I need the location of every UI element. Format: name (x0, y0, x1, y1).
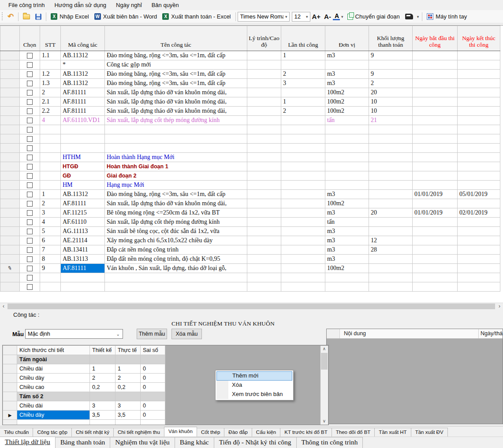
grid-cell[interactable] (281, 88, 325, 97)
grid-cell[interactable]: 7 (40, 245, 61, 255)
grid-cell[interactable]: 05/01/2019 (458, 190, 500, 199)
row-checkbox[interactable] (27, 145, 33, 151)
grid-cell[interactable] (247, 88, 281, 97)
grid-cell[interactable]: Sản xuất bê tông cọc, cột đúc sẵn đá 1x2… (105, 227, 247, 236)
column-header[interactable]: Ngày bắt đầu thi công (413, 26, 458, 51)
grid-cell[interactable] (105, 144, 247, 153)
grid-cell[interactable]: 3 (90, 401, 116, 411)
row-checkbox[interactable] (27, 284, 33, 290)
grid-cell[interactable]: 9 (369, 51, 413, 60)
grid-cell[interactable] (61, 273, 105, 282)
grid-cell[interactable]: AB.11312 (61, 70, 105, 79)
tab-tần-xuất-đv[interactable]: Tần xuất ĐV (411, 428, 448, 437)
grid-cell[interactable] (281, 282, 325, 292)
tab-cấu-kiện[interactable]: Cấu kiện (252, 428, 280, 437)
grid-cell[interactable]: Công tác gộp mới (105, 60, 247, 70)
grid-cell[interactable] (247, 60, 281, 70)
row-checkbox[interactable] (27, 247, 33, 253)
horizontal-scrollbar[interactable]: ‹ › (0, 303, 503, 309)
grid-cell[interactable] (458, 144, 500, 153)
grid-cell[interactable] (458, 97, 500, 107)
grid-cell[interactable] (281, 153, 325, 162)
font-decrease-button[interactable]: A- (322, 12, 333, 21)
grid-cell[interactable] (413, 60, 458, 70)
grid-cell[interactable]: 01/01/2019 (413, 190, 458, 199)
grid-cell[interactable] (413, 79, 458, 88)
grid-cell[interactable]: m3 (325, 190, 369, 199)
row-checkbox[interactable] (27, 155, 33, 160)
grid-cell[interactable]: tấn (325, 116, 369, 125)
grid-cell[interactable] (369, 190, 413, 199)
column-header[interactable]: Lý trình/Cao độ (247, 26, 281, 51)
row-checkbox[interactable] (27, 210, 33, 216)
grid-cell[interactable] (281, 218, 325, 227)
scroll-up-icon[interactable]: ∧ (320, 346, 328, 352)
grid-cell[interactable] (458, 273, 500, 282)
grid-cell[interactable]: Ván khuôn , Sản xuất, lắp dựng, tháo dỡ … (105, 264, 247, 273)
grid-cell[interactable]: AF.11215 (61, 208, 105, 218)
grid-cell[interactable] (281, 162, 325, 171)
grid-cell[interactable] (413, 245, 458, 255)
grid-cell[interactable]: 2 (369, 79, 413, 88)
grid-cell[interactable] (116, 420, 141, 426)
grid-cell[interactable] (325, 134, 369, 144)
grid-cell[interactable]: 1.1 (40, 51, 61, 60)
font-color-button[interactable]: A (333, 13, 340, 20)
grid-cell[interactable]: 10 (369, 97, 413, 107)
grid-cell[interactable] (141, 392, 165, 401)
grid-cell[interactable] (116, 355, 141, 364)
grid-cell[interactable] (325, 282, 369, 292)
grid-cell[interactable]: 3 (281, 79, 325, 88)
grid-cell[interactable]: HTGĐ (61, 162, 105, 171)
dimension-label-cell[interactable]: Chiều dài (17, 401, 90, 411)
grid-cell[interactable]: Đào móng băng, rộng <=3m, sâu <=1m, đất … (105, 51, 247, 60)
grid-cell[interactable]: 9 (40, 264, 61, 273)
grid-cell[interactable] (458, 107, 500, 116)
grid-cell[interactable] (247, 218, 281, 227)
grid-cell[interactable] (247, 264, 281, 273)
grid-cell[interactable]: 1 (116, 364, 141, 374)
calculator-button[interactable]: Máy tính tay (424, 12, 469, 21)
grid-cell[interactable]: 0 (141, 411, 165, 420)
grid-cell[interactable]: AF.81111 (61, 97, 105, 107)
grid-cell[interactable] (281, 236, 325, 245)
grid-cell[interactable] (325, 60, 369, 70)
grid-cell[interactable] (141, 355, 165, 364)
dimension-label-cell[interactable]: Chiều dày (17, 374, 90, 383)
grid-cell[interactable]: 100m2 (325, 264, 369, 273)
grid-cell[interactable]: 1.3 (40, 79, 61, 88)
grid-cell[interactable] (247, 227, 281, 236)
grid-cell[interactable]: Sản xuất, lắp dựng tháo dỡ ván khuôn món… (105, 88, 247, 97)
grid-cell[interactable] (281, 125, 325, 134)
row-checkbox[interactable] (27, 127, 33, 133)
scrollbar-thumb[interactable] (321, 353, 328, 370)
grid-cell[interactable] (281, 171, 325, 181)
grid-cell[interactable]: 2 (281, 107, 325, 116)
grid-cell[interactable]: AB.13411 (61, 245, 105, 255)
grid-cell[interactable] (141, 420, 165, 426)
grid-cell[interactable]: 0 (141, 364, 165, 374)
grid-cell[interactable] (458, 181, 500, 190)
grid-cell[interactable] (413, 264, 458, 273)
scroll-right-icon[interactable]: › (496, 303, 503, 310)
grid-cell[interactable]: m3 (325, 79, 369, 88)
font-increase-button[interactable]: A+ (310, 12, 323, 21)
grid-cell[interactable]: 2 (281, 70, 325, 79)
grid-cell[interactable]: 2.2 (40, 107, 61, 116)
them-mau-button[interactable]: Thêm mẫu (137, 329, 167, 339)
template-select[interactable]: Mặc định ⌄ (25, 329, 123, 339)
grid-cell[interactable]: 2 (40, 88, 61, 97)
grid-cell[interactable] (40, 134, 61, 144)
grid-cell[interactable] (369, 153, 413, 162)
row-checkbox[interactable] (27, 62, 33, 68)
grid-cell[interactable]: GĐ (61, 171, 105, 181)
grid-cell[interactable]: Đắp đất nền móng công trình, độ chặt K=0… (105, 255, 247, 264)
column-header[interactable]: Chọn (20, 26, 40, 51)
grid-cell[interactable] (247, 171, 281, 181)
grid-cell[interactable]: Giai đoạn 2 (105, 171, 247, 181)
tab-bảng-khác[interactable]: Bảng khác (175, 437, 214, 448)
grid-cell[interactable] (458, 60, 500, 70)
column-header[interactable]: Mã công tác (61, 26, 105, 51)
grid-cell[interactable] (325, 171, 369, 181)
grid-cell[interactable]: 1 (281, 97, 325, 107)
